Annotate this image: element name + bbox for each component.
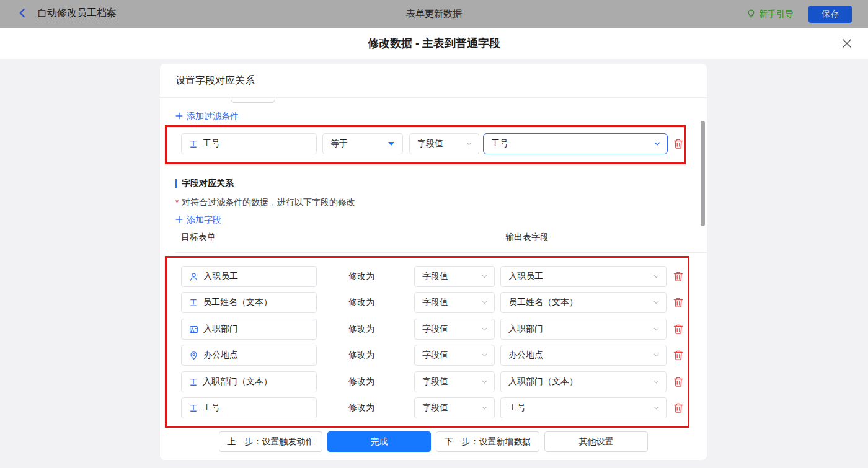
modal-header: 修改数据 - 主表到普通字段 [0, 28, 868, 60]
value-type-select[interactable]: 字段值 [414, 266, 495, 287]
section-accent-bar [175, 179, 177, 188]
target-field-label: 办公地点 [203, 350, 238, 361]
delete-row-button[interactable] [673, 402, 684, 413]
target-field-label: 入职员工 [203, 271, 238, 282]
text-field-icon [189, 139, 198, 148]
value-type-select[interactable]: 字段值 [414, 371, 495, 392]
modify-label: 修改为 [348, 297, 374, 308]
modal-body: 设置字段对应关系 添加过滤条件 工号 等于 字段值 [0, 59, 868, 468]
save-button[interactable]: 保存 [808, 6, 852, 23]
chevron-down-icon [481, 299, 488, 306]
mapping-row: 入职部门（文本） 修改为 字段值 入职部门（文本） [160, 371, 707, 392]
target-field-box[interactable]: 员工姓名（文本） [181, 292, 317, 313]
clipped-control[interactable] [231, 98, 275, 103]
text-field-icon [189, 298, 198, 307]
target-field-label: 工号 [203, 402, 220, 413]
target-field-box[interactable]: 办公地点 [181, 345, 317, 366]
mapping-row: 入职员工 修改为 字段值 入职员工 [160, 266, 707, 287]
node-title: 表单更新数据 [0, 8, 868, 20]
flow-title[interactable]: 自动修改员工档案 [37, 6, 117, 22]
text-field-icon [189, 377, 198, 386]
output-field-label: 入职员工 [508, 271, 543, 282]
mapping-row: 员工姓名（文本） 修改为 字段值 员工姓名（文本） [160, 292, 707, 313]
output-field-select[interactable]: 入职员工 [500, 266, 666, 287]
modify-label: 修改为 [348, 271, 374, 282]
scrollbar-thumb[interactable] [701, 121, 705, 226]
output-field-label: 办公地点 [508, 350, 543, 361]
column-header-output: 输出表字段 [505, 232, 549, 243]
field-mapping-card: 设置字段对应关系 添加过滤条件 工号 等于 字段值 [160, 64, 707, 460]
delete-row-button[interactable] [673, 350, 684, 361]
chevron-down-icon [481, 326, 488, 333]
target-field-box[interactable]: 入职员工 [181, 266, 317, 287]
filter-field-input[interactable]: 工号 [181, 133, 317, 154]
target-field-label: 员工姓名（文本） [203, 297, 272, 308]
modify-label: 修改为 [348, 402, 374, 413]
close-icon[interactable] [842, 38, 852, 48]
add-field-label: 添加字段 [187, 214, 221, 226]
lightbulb-icon [746, 9, 756, 20]
filter-field-value: 工号 [203, 138, 220, 149]
chevron-down-icon [481, 405, 488, 412]
chevron-down-icon [481, 379, 488, 386]
next-step-button[interactable]: 下一步：设置新增数据 [436, 431, 539, 452]
add-field-button[interactable]: 添加字段 [175, 214, 221, 226]
beginner-guide-button[interactable]: 新手引导 [746, 9, 794, 20]
header-divider [175, 252, 707, 253]
output-field-select[interactable]: 员工姓名（文本） [500, 292, 666, 313]
output-field-select[interactable]: 入职部门（文本） [500, 371, 666, 392]
filter-operator-select[interactable]: 等于 [322, 133, 403, 154]
output-field-label: 入职部门（文本） [508, 376, 578, 387]
target-field-label: 入职部门（文本） [203, 376, 272, 387]
output-field-label: 员工姓名（文本） [508, 297, 578, 308]
value-type-label: 字段值 [422, 350, 448, 361]
mapping-row: 办公地点 修改为 字段值 办公地点 [160, 345, 707, 366]
output-field-select[interactable]: 办公地点 [500, 345, 666, 366]
output-field-select[interactable]: 工号 [500, 397, 666, 418]
chevron-down-icon [653, 326, 660, 333]
value-type-select[interactable]: 字段值 [414, 397, 495, 418]
filter-value-type-select[interactable]: 字段值 [409, 133, 479, 154]
target-field-box[interactable]: 入职部门 [181, 319, 317, 340]
filter-value-field: 工号 [491, 138, 508, 149]
delete-filter-button[interactable] [673, 138, 684, 149]
caret-down-icon[interactable] [379, 134, 402, 154]
chevron-down-icon [653, 299, 660, 306]
value-type-label: 字段值 [422, 324, 448, 335]
target-field-box[interactable]: 入职部门（文本） [181, 371, 317, 392]
back-button[interactable] [16, 8, 29, 20]
value-type-label: 字段值 [422, 271, 448, 282]
modify-label: 修改为 [348, 376, 374, 387]
output-field-select[interactable]: 入职部门 [500, 319, 666, 340]
value-type-select[interactable]: 字段值 [414, 292, 495, 313]
filter-value-type: 字段值 [417, 138, 443, 149]
back-chevron-icon [17, 7, 28, 21]
prev-step-button[interactable]: 上一步：设置触发动作 [219, 431, 322, 452]
output-field-label: 入职部门 [508, 324, 543, 335]
column-header-target: 目标表单 [181, 232, 216, 243]
department-icon [189, 325, 198, 334]
modify-label: 修改为 [348, 350, 374, 361]
chevron-down-icon [481, 352, 488, 359]
delete-row-button[interactable] [673, 297, 684, 308]
modify-label: 修改为 [348, 324, 374, 335]
done-button[interactable]: 完成 [327, 431, 431, 452]
delete-row-button[interactable] [673, 271, 684, 282]
delete-row-button[interactable] [673, 324, 684, 335]
chevron-down-icon [481, 273, 488, 280]
filter-value-field-select[interactable]: 工号 [483, 133, 668, 154]
add-filter-condition-button[interactable]: 添加过滤条件 [175, 111, 239, 122]
value-type-select[interactable]: 字段值 [414, 319, 495, 340]
user-icon [189, 272, 198, 281]
value-type-select[interactable]: 字段值 [414, 345, 495, 366]
value-type-label: 字段值 [422, 376, 448, 387]
delete-row-button[interactable] [673, 376, 684, 387]
value-type-label: 字段值 [422, 297, 448, 308]
chevron-down-icon [653, 352, 660, 359]
text-field-icon [189, 404, 198, 412]
other-settings-button[interactable]: 其他设置 [544, 431, 648, 452]
card-footer: 上一步：设置触发动作 完成 下一步：设置新增数据 其他设置 [160, 431, 707, 452]
plus-icon [175, 112, 183, 121]
value-type-label: 字段值 [422, 402, 448, 413]
target-field-box[interactable]: 工号 [181, 397, 317, 418]
